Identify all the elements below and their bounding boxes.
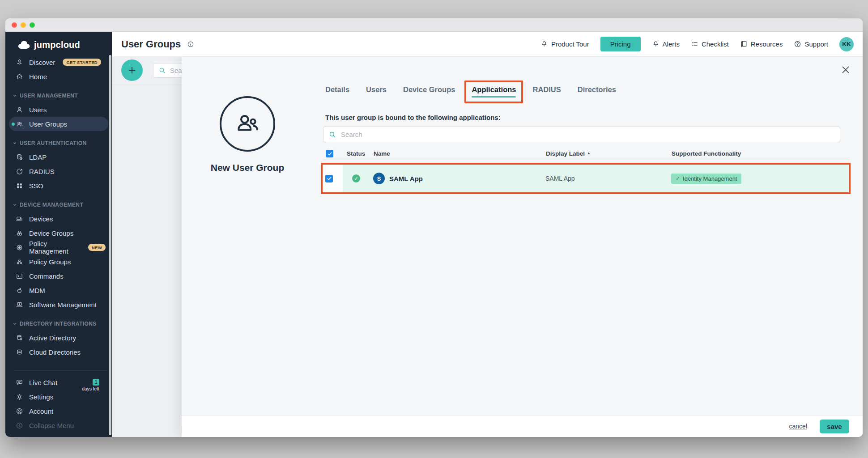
sidebar-item-ldap[interactable]: LDAP bbox=[5, 150, 112, 164]
sso-grid-icon bbox=[16, 182, 23, 190]
checklist-button[interactable]: Checklist bbox=[691, 40, 729, 48]
add-user-group-button[interactable] bbox=[121, 59, 143, 81]
tab-bar: Details Users Device Groups Applications… bbox=[325, 85, 616, 98]
sidebar-section-directory-integrations[interactable]: DIRECTORY INTEGRATIONS bbox=[5, 317, 112, 331]
sidebar-item-label: Collapse Menu bbox=[29, 422, 74, 429]
user-group-icon bbox=[16, 120, 23, 128]
sidebar-item-commands[interactable]: Commands bbox=[5, 269, 112, 283]
cloud-logo-icon bbox=[17, 40, 30, 50]
page-title: User Groups bbox=[121, 38, 181, 50]
select-all-checkbox[interactable] bbox=[326, 150, 333, 157]
checklist-label: Checklist bbox=[702, 40, 729, 48]
sidebar-item-policy-groups[interactable]: Policy Groups bbox=[5, 254, 112, 269]
application-display-label: SAML App bbox=[542, 175, 668, 182]
megaphone-icon bbox=[540, 40, 548, 48]
sidebar-item-radius[interactable]: RADIUS bbox=[5, 164, 112, 178]
sidebar-item-collapse-menu[interactable]: Collapse Menu bbox=[5, 418, 112, 433]
applications-search-input[interactable] bbox=[341, 131, 840, 138]
bell-icon bbox=[652, 40, 660, 48]
sidebar-item-home[interactable]: Home bbox=[5, 69, 112, 84]
column-header-status[interactable]: Status bbox=[343, 150, 370, 157]
book-icon bbox=[740, 40, 748, 48]
annotation-box-application-row: ✓ S SAML App SAML App ✓ Identity Managem… bbox=[321, 163, 851, 194]
column-header-display-label[interactable]: Display Label ▲ bbox=[542, 150, 668, 157]
sidebar-item-software-management[interactable]: Software Management bbox=[5, 297, 112, 312]
support-button[interactable]: Support bbox=[794, 40, 828, 48]
chevron-down-icon bbox=[13, 322, 17, 326]
tab-details[interactable]: Details bbox=[325, 85, 349, 98]
search-icon bbox=[328, 131, 336, 139]
active-directory-icon bbox=[16, 334, 23, 342]
tab-applications[interactable]: Applications bbox=[472, 85, 516, 98]
close-window-button[interactable] bbox=[12, 22, 17, 28]
sidebar-item-users[interactable]: Users bbox=[5, 102, 112, 117]
sidebar-section-user-authentication[interactable]: USER AUTHENTICATION bbox=[5, 136, 112, 150]
policy-groups-icon bbox=[16, 258, 23, 266]
user-avatar[interactable]: KK bbox=[839, 37, 854, 51]
sidebar-item-policy-management[interactable]: Policy Management NEW bbox=[5, 240, 112, 254]
sidebar-item-label: Discover bbox=[29, 59, 55, 66]
applications-table-header: Status Name Display Label ▲ Supported Fu… bbox=[323, 148, 849, 160]
tab-radius[interactable]: RADIUS bbox=[532, 85, 561, 98]
get-started-badge: GET STARTED bbox=[63, 59, 101, 66]
sidebar-item-label: Software Management bbox=[29, 301, 97, 309]
sidebar-item-user-groups[interactable]: User Groups bbox=[5, 117, 112, 131]
terminal-icon bbox=[16, 272, 23, 280]
ldap-database-icon bbox=[16, 153, 23, 161]
sidebar-item-discover[interactable]: Discover GET STARTED bbox=[5, 55, 112, 69]
alerts-label: Alerts bbox=[663, 40, 680, 48]
new-badge: NEW bbox=[88, 244, 106, 251]
sidebar-item-label: Home bbox=[29, 73, 47, 81]
tab-directories[interactable]: Directories bbox=[578, 85, 616, 98]
days-left-badge: 1 bbox=[93, 379, 99, 386]
pricing-button[interactable]: Pricing bbox=[600, 37, 641, 51]
device-groups-icon bbox=[16, 229, 23, 237]
sidebar-item-label: User Groups bbox=[29, 120, 67, 128]
sidebar-item-devices[interactable]: Devices bbox=[5, 212, 112, 226]
sidebar-item-label: Commands bbox=[29, 272, 64, 280]
sidebar-item-label: LDAP bbox=[29, 153, 47, 161]
sidebar-section-user-management[interactable]: USER MANAGEMENT bbox=[5, 89, 112, 102]
save-button[interactable]: save bbox=[820, 420, 849, 433]
tab-device-groups[interactable]: Device Groups bbox=[403, 85, 455, 98]
row-checkbox[interactable] bbox=[325, 175, 333, 182]
sidebar-item-mdm[interactable]: MDM bbox=[5, 283, 112, 297]
sidebar-section-label: DEVICE MANAGEMENT bbox=[20, 202, 83, 208]
resources-button[interactable]: Resources bbox=[740, 40, 783, 48]
cancel-button[interactable]: cancel bbox=[789, 423, 807, 430]
chevron-down-icon bbox=[13, 203, 17, 207]
jumpcloud-logo[interactable]: jumpcloud bbox=[5, 32, 112, 52]
checklist-icon bbox=[691, 40, 698, 48]
active-tab-underline bbox=[472, 96, 516, 98]
sidebar-item-cloud-directories[interactable]: Cloud Directories bbox=[5, 345, 112, 359]
cloud-directories-icon bbox=[16, 348, 23, 356]
minimize-window-button[interactable] bbox=[21, 22, 26, 28]
sidebar-item-label: SSO bbox=[29, 182, 43, 190]
table-row[interactable]: ✓ S SAML App SAML App ✓ Identity Managem… bbox=[323, 165, 849, 192]
sidebar-item-settings[interactable]: Settings bbox=[5, 390, 112, 404]
sidebar-item-live-chat[interactable]: Live Chat 1 days left bbox=[5, 375, 112, 390]
sidebar-item-sso[interactable]: SSO bbox=[5, 178, 112, 193]
sidebar-item-label: Active Directory bbox=[29, 334, 76, 342]
sidebar-section-device-management[interactable]: DEVICE MANAGEMENT bbox=[5, 198, 112, 212]
sidebar-scrollbar[interactable] bbox=[109, 55, 111, 435]
zoom-window-button[interactable] bbox=[30, 22, 35, 28]
display-label-text: Display Label bbox=[546, 150, 585, 157]
sidebar-item-active-directory[interactable]: Active Directory bbox=[5, 331, 112, 345]
info-icon[interactable] bbox=[187, 41, 194, 48]
tab-users[interactable]: Users bbox=[366, 85, 387, 98]
sidebar-item-label: RADIUS bbox=[29, 168, 55, 175]
tab-applications-label: Applications bbox=[472, 85, 516, 93]
sidebar-item-label: Account bbox=[29, 407, 53, 415]
sidebar-item-label: Policy Groups bbox=[29, 258, 71, 266]
plus-icon bbox=[127, 65, 137, 75]
column-header-name[interactable]: Name bbox=[370, 150, 542, 157]
product-tour-button[interactable]: Product Tour bbox=[540, 40, 589, 48]
sidebar-item-account[interactable]: Account bbox=[5, 404, 112, 418]
column-header-supported-functionality[interactable]: Supported Functionality bbox=[668, 150, 849, 157]
software-management-icon bbox=[16, 301, 23, 309]
alerts-button[interactable]: Alerts bbox=[652, 40, 680, 48]
sidebar-item-device-groups[interactable]: Device Groups bbox=[5, 226, 112, 240]
functionality-badge: ✓ Identity Management bbox=[671, 174, 741, 184]
page-header: User Groups Product Tour Pricing Alerts … bbox=[112, 32, 863, 57]
